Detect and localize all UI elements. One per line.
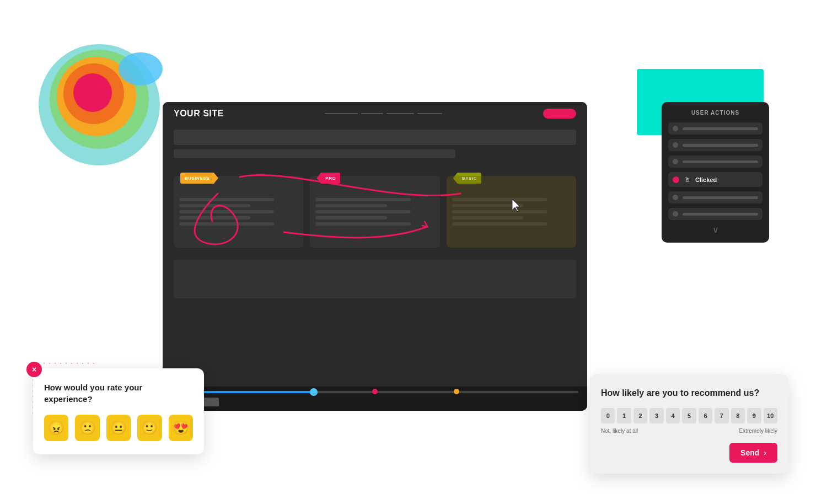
survey-question: How would you rate your experience? [44,382,193,405]
site-banner [174,130,576,145]
site-cta-button[interactable] [543,109,576,119]
action-line-5 [683,196,758,199]
nps-4[interactable]: 4 [666,408,680,423]
svg-point-5 [119,52,163,85]
nps-10[interactable]: 10 [764,408,777,423]
action-item-1 [668,122,762,135]
user-actions-title: USER ACTIONS [668,110,762,116]
nps-6[interactable]: 6 [699,408,712,423]
business-card-lines [179,198,298,226]
clicked-label: Clicked [695,176,717,183]
emoji-btn-4[interactable]: 🙂 [137,415,162,441]
svg-marker-6 [512,199,520,211]
progress-event-dot-orange [454,389,459,394]
nps-3[interactable]: 3 [649,408,663,423]
plan-badge-pro: PRO [316,173,340,184]
survey-close-button[interactable]: × [26,362,42,377]
emoji-btn-5[interactable]: 😍 [169,415,193,441]
pricing-area: BUSINESS PRO [163,171,587,252]
user-actions-panel: USER ACTIONS 🖱 Clicked ∨ [662,102,769,243]
action-line-3 [683,160,758,163]
plan-badge-business: BUSINESS [180,173,218,184]
pro-card-lines [315,198,434,226]
nps-2[interactable]: 2 [633,408,647,423]
pricing-card-business: BUSINESS [174,176,303,248]
action-dot-5 [673,195,678,200]
nps-label-low: Not, likely at all [601,428,638,434]
nps-send-label: Send [740,448,759,457]
action-dot-6 [673,211,678,217]
action-line-2 [683,144,758,147]
action-dot-2 [673,142,678,148]
nps-5[interactable]: 5 [682,408,696,423]
pricing-card-pro: PRO [310,176,439,248]
emoji-btn-2[interactable]: 🙁 [75,415,99,441]
progress-current-dot [310,388,318,396]
action-line-6 [683,213,758,216]
action-line-1 [683,127,758,130]
site-nav [233,113,534,114]
cursor-icon [511,198,522,215]
site-title: YOUR SITE [174,109,224,119]
control-rect-2[interactable] [203,398,219,406]
action-item-clicked: 🖱 Clicked [668,172,762,187]
cursor-action-icon: 🖱 [684,175,691,184]
send-arrow-icon: › [764,448,766,457]
nps-numbers-row: 0 1 2 3 4 5 6 7 8 9 10 [601,408,777,423]
survey-emoji-row: 😠 🙁 😐 🙂 😍 [44,415,193,441]
progress-bar[interactable] [171,391,578,393]
site-sub-banner [174,149,455,158]
emoji-btn-3[interactable]: 😐 [106,415,131,441]
site-header: YOUR SITE [163,102,587,125]
pricing-card-basic: BASIC [447,176,576,248]
nps-7[interactable]: 7 [715,408,728,423]
nps-question: How likely are you to recommend us? [601,388,777,399]
survey-widget: × How would you rate your experience? 😠 … [33,368,204,454]
action-dot-1 [673,126,678,131]
action-item-5 [668,191,762,203]
emoji-btn-1[interactable]: 😠 [44,415,68,441]
main-player: YOUR SITE BUSINESS [163,102,587,411]
svg-point-4 [73,73,112,112]
action-item-2 [668,139,762,151]
nps-0[interactable]: 0 [601,408,615,423]
nps-8[interactable]: 8 [731,408,745,423]
nps-1[interactable]: 1 [617,408,631,423]
nps-widget: How likely are you to recommend us? 0 1 … [590,374,788,474]
bottom-content-block [174,260,576,298]
logo-circle [33,22,176,165]
clicked-indicator-dot [673,176,679,183]
nps-send-button[interactable]: Send › [729,443,777,463]
nps-label-high: Extremely likely [739,428,777,434]
panel-chevron[interactable]: ∨ [668,224,762,235]
action-item-6 [668,208,762,220]
player-bottom-content [163,255,587,306]
progress-event-dot-red [372,389,378,394]
action-dot-3 [673,159,678,164]
site-content-top [163,125,587,169]
nps-labels: Not, likely at all Extremely likely [601,428,777,434]
action-item-3 [668,156,762,168]
nps-9[interactable]: 9 [747,408,761,423]
video-controls [163,387,587,411]
control-buttons [171,398,578,406]
